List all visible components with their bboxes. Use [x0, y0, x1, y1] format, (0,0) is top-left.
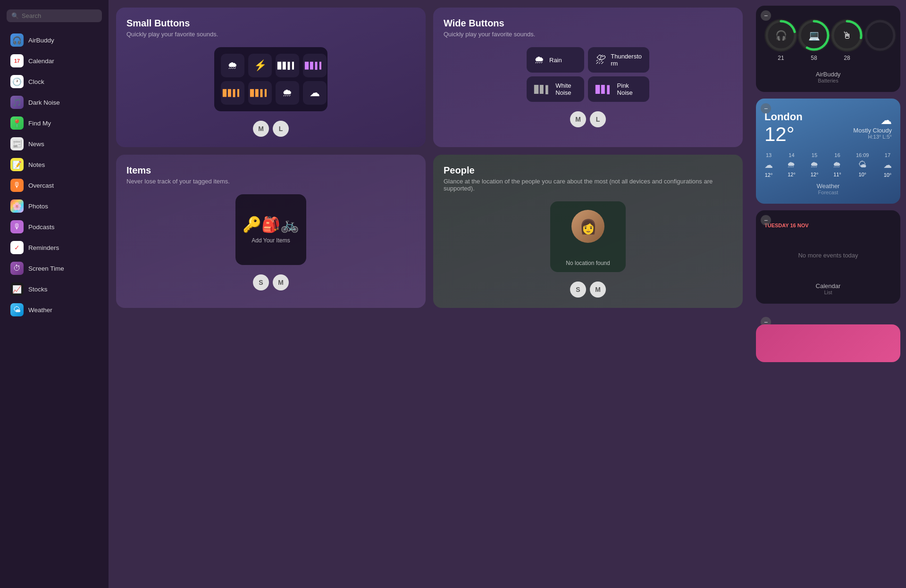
weather-remove-btn[interactable]: −: [761, 103, 771, 114]
search-input[interactable]: [22, 12, 97, 19]
no-location-label: No location found: [566, 260, 610, 266]
battery-circle-1: 🎧: [764, 19, 797, 52]
whitenoise-icon: ▊▋▌: [534, 85, 551, 94]
weather-panel-subtitle: Forecast: [764, 190, 892, 195]
weather-city: London: [764, 111, 803, 123]
forecast-time-3: 15: [812, 152, 817, 158]
wide-buttons-avatars: M L: [444, 111, 732, 127]
sidebar-item-label: Stocks: [28, 286, 48, 293]
news-icon: 📰: [10, 137, 24, 150]
small-buttons-card: Small Buttons Quickly play your favorite…: [116, 8, 426, 147]
battery-pct-2: 58: [811, 55, 817, 61]
rain-label: Rain: [549, 57, 562, 64]
forecast-temp-4: 11°: [833, 172, 841, 177]
people-preview: 👩 No location found: [550, 201, 626, 272]
avatar-s: S: [253, 274, 269, 290]
sidebar-item-findmy[interactable]: 📍 Find My: [3, 113, 106, 133]
sound-btn-thunder[interactable]: ⚡: [248, 54, 272, 77]
avatar-m: M: [253, 121, 269, 137]
forecast-item-5: 16:09 🌤 10°: [856, 152, 869, 178]
people-title: People: [444, 165, 732, 176]
wide-btn-whitenoise[interactable]: ▊▋▌ White Noise: [527, 76, 584, 102]
sound-btn-rain[interactable]: 🌧: [221, 54, 244, 77]
sound-btn-s5[interactable]: ▊▋▌▍: [248, 81, 272, 105]
pinknoise-icon: ▊▋▌: [596, 85, 612, 94]
svg-point-6: [866, 21, 894, 50]
people-subtitle: Glance at the location of the people you…: [444, 178, 732, 192]
wide-buttons-title: Wide Buttons: [444, 18, 732, 29]
forecast-time-4: 16: [834, 152, 840, 158]
clock-icon: 🕐: [10, 75, 24, 88]
weather-footer: Weather Forecast: [764, 182, 892, 195]
calendar-remove-btn[interactable]: −: [761, 215, 771, 225]
sidebar-item-photos[interactable]: 🌸 Photos: [3, 196, 106, 216]
items-icons: 🔑 🎒 🚲: [243, 215, 299, 233]
sidebar-item-news[interactable]: 📰 News: [3, 134, 106, 154]
airbuddy-footer: AirBuddy Batteries: [764, 71, 892, 83]
calendar-panel-subtitle: List: [764, 290, 892, 295]
sidebar-item-label: Clock: [28, 78, 44, 85]
notes-icon: 📝: [10, 158, 24, 171]
calendar-icon: 17: [10, 54, 24, 67]
avatar-l: L: [273, 121, 289, 137]
battery-circle-4: [864, 19, 897, 52]
weather-temp: 12°: [764, 123, 803, 146]
search-bar[interactable]: 🔍: [7, 9, 102, 22]
battery-circle-3: 🖱: [830, 19, 864, 52]
sound-btn-pinknoise[interactable]: ▊▋▌▍: [303, 54, 327, 77]
weather-left: London 12°: [764, 111, 803, 146]
airbuddy-panel-subtitle: Batteries: [764, 78, 892, 83]
weather-panel-title: Weather: [764, 182, 892, 190]
reminders-icon: ✓: [10, 241, 24, 254]
items-avatars: S M: [126, 274, 415, 290]
items-preview: 🔑 🎒 🚲 Add Your Items: [235, 194, 306, 265]
forecast-item-2: 14 🌧 12°: [787, 152, 796, 178]
avatar-s2: S: [570, 282, 586, 298]
sound-btn-s6[interactable]: 🌧: [276, 81, 299, 105]
sidebar-item-reminders[interactable]: ✓ Reminders: [3, 238, 106, 257]
sidebar-item-label: Photos: [28, 203, 48, 210]
sidebar-item-overcast[interactable]: 🎙 Overcast: [3, 175, 106, 195]
forecast-temp-1: 12°: [765, 172, 773, 178]
battery-icon-3: 🖱: [842, 30, 852, 41]
forecast-temp-2: 12°: [788, 172, 796, 177]
wide-buttons-card: Wide Buttons Quickly play your favorite …: [433, 8, 743, 147]
sidebar-item-stocks[interactable]: 📈 Stocks: [3, 279, 106, 299]
battery-circle-2: 💻: [797, 19, 830, 52]
sidebar-item-airbuddy[interactable]: 🎧 AirBuddy: [3, 30, 106, 50]
wide-btn-pinknoise[interactable]: ▊▋▌ Pink Noise: [588, 76, 649, 102]
sidebar-item-clock[interactable]: 🕐 Clock: [3, 72, 106, 91]
sidebar-item-notes[interactable]: 📝 Notes: [3, 155, 106, 174]
sidebar-item-darknoise[interactable]: 🎵 Dark Noise: [3, 92, 106, 112]
sound-btn-whitenoise[interactable]: ▊▋▌▍: [276, 54, 299, 77]
pinknoise-label: Pink Noise: [617, 82, 642, 96]
items-subtitle: Never lose track of your tagged items.: [126, 178, 415, 185]
whitenoise-label: White Noise: [555, 82, 577, 96]
sound-btn-cloud[interactable]: ☁: [303, 81, 327, 105]
sidebar-item-label: Reminders: [28, 244, 59, 251]
wide-buttons-grid: 🌧 Rain ⛈ Thundersto rm ▊▋▌ White Noise ▊…: [527, 47, 649, 102]
sidebar-item-screentime[interactable]: ⏱ Screen Time: [3, 258, 106, 278]
weather-hl: H:13° L:5°: [853, 134, 892, 140]
sidebar-item-weather[interactable]: 🌤 Weather: [3, 300, 106, 320]
weather-right: ☁ Mostly Cloudy H:13° L:5°: [853, 111, 892, 140]
avatar-m2: M: [570, 111, 586, 127]
sidebar-item-podcasts[interactable]: 🎙 Podcasts: [3, 217, 106, 237]
sidebar-item-calendar[interactable]: 17 Calendar: [3, 51, 106, 71]
battery-pct-3: 28: [844, 55, 850, 61]
forecast-icon-6: ☁: [883, 160, 892, 170]
wide-btn-thunderstorm[interactable]: ⛈ Thundersto rm: [588, 47, 649, 73]
forecast-item-1: 13 ☁ 12°: [764, 152, 773, 178]
avatar-m3: M: [273, 274, 289, 290]
small-buttons-title: Small Buttons: [126, 18, 415, 29]
wide-btn-rain[interactable]: 🌧 Rain: [527, 47, 584, 73]
sidebar-item-label: Find My: [28, 120, 51, 127]
sound-btn-s4[interactable]: ▊▋▌▍: [221, 81, 244, 105]
airbuddy-icon: 🎧: [10, 33, 24, 47]
sidebar-item-label: Weather: [28, 306, 52, 314]
battery-item-1: 🎧 21: [764, 19, 797, 61]
darknoise-icon: 🎵: [10, 96, 24, 109]
items-card: Items Never lose track of your tagged it…: [116, 155, 426, 308]
sidebar-item-label: Screen Time: [28, 265, 64, 272]
small-buttons-avatars: M L: [126, 121, 415, 137]
